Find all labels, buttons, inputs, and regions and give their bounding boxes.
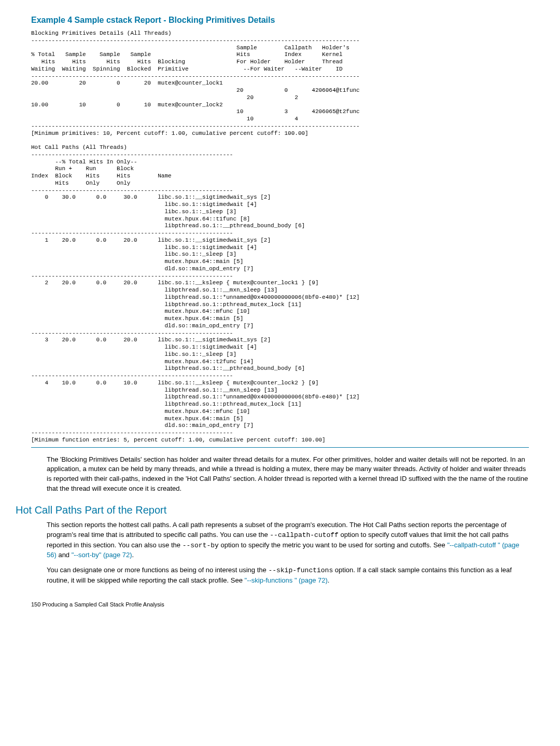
text: option to specify the metric you want to… xyxy=(219,541,447,549)
text: You can designate one or more functions … xyxy=(47,566,268,574)
paragraph-hot-call-paths-2: You can designate one or more functions … xyxy=(47,565,529,586)
text: . xyxy=(132,551,134,559)
code-sort-by: --sort-by xyxy=(183,542,219,549)
page-footer: 150 Producing a Sampled Call Stack Profi… xyxy=(31,601,529,607)
paragraph-hot-call-paths-1: This section reports the hottest call pa… xyxy=(47,520,529,560)
link-skip-functions[interactable]: "--skip-functions " (page 72) xyxy=(245,576,328,584)
paragraph-blocking-primitives: The 'Blocking Primitives Details' sectio… xyxy=(47,455,529,494)
link-sort-by[interactable]: "--sort-by" (page 72) xyxy=(72,551,132,559)
code-callpath-cutoff: --callpath-cutoff xyxy=(270,531,339,539)
section-title-hot-call-paths: Hot Call Paths Part of the Report xyxy=(16,504,529,516)
text: and xyxy=(57,551,72,559)
code-block: Blocking Primitives Details (All Threads… xyxy=(31,30,529,444)
divider xyxy=(31,447,529,448)
text: . xyxy=(328,576,330,584)
code-skip-functions: --skip-functions xyxy=(268,567,333,574)
example-title: Example 4 Sample cstack Report - Blockin… xyxy=(31,16,529,25)
